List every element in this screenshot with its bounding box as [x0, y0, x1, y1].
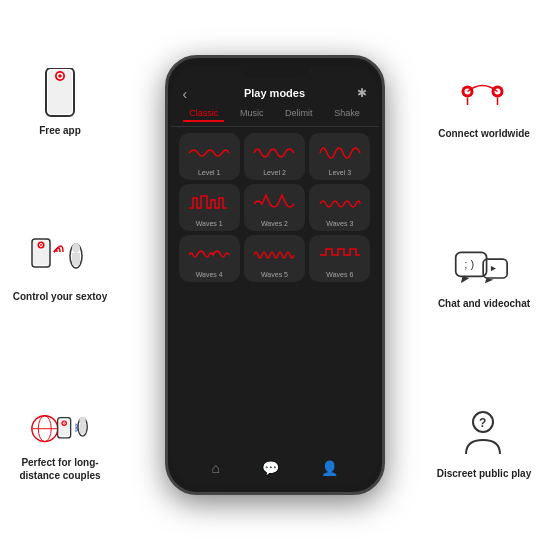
back-arrow-icon[interactable]: ‹: [183, 86, 188, 102]
svg-text:?: ?: [479, 416, 486, 430]
wave-level3-label: Level 3: [329, 169, 352, 176]
wave-cell-waves3[interactable]: Waves 3: [309, 184, 370, 231]
wave-waves5-label: Waves 5: [261, 271, 288, 278]
feature-free-app: Free app: [30, 68, 90, 137]
svg-point-2: [55, 71, 65, 81]
bluetooth-icon: ✱: [357, 86, 367, 100]
wave-cell-waves1[interactable]: Waves 1: [179, 184, 240, 231]
chat-videochat-icon: ; ): [454, 242, 514, 290]
wave-level1-label: Level 1: [198, 169, 221, 176]
feature-long-distance: ᛒ Perfect for long-distance couples: [5, 400, 115, 482]
wave-cell-level2[interactable]: Level 2: [244, 133, 305, 180]
app-title: Play modes: [244, 87, 305, 99]
long-distance-icon: ᛒ: [30, 399, 90, 451]
wave-level2-icon: [252, 139, 296, 167]
svg-marker-31: [491, 266, 496, 271]
wave-cell-waves6[interactable]: Waves 6: [309, 235, 370, 282]
wave-waves3-label: Waves 3: [326, 220, 353, 227]
free-app-icon-area: [30, 68, 90, 118]
wave-waves6-icon: [318, 241, 362, 269]
wave-waves4-label: Waves 4: [196, 271, 223, 278]
long-distance-icon-area: ᛒ: [30, 400, 90, 450]
control-icon-area: [30, 234, 90, 284]
app-wave-grid: Level 1 Level 2 Level 3: [171, 127, 379, 288]
left-features: Free app Control your sextoy: [0, 0, 120, 550]
wave-level1-icon: [187, 139, 231, 167]
svg-point-11: [72, 260, 80, 266]
wave-cell-level1[interactable]: Level 1: [179, 133, 240, 180]
feature-control-sextoy: Control your sextoy: [13, 234, 107, 303]
wave-waves3-icon: [318, 190, 362, 218]
chat-icon-area: ; ): [454, 241, 514, 291]
chat-videochat-label: Chat and videochat: [438, 297, 530, 310]
discreet-person-icon: ?: [456, 410, 511, 462]
wave-cell-waves5[interactable]: Waves 5: [244, 235, 305, 282]
tab-classic[interactable]: Classic: [183, 106, 224, 122]
wave-waves1-label: Waves 1: [196, 220, 223, 227]
discreet-icon-area: ?: [454, 411, 514, 461]
tab-music[interactable]: Music: [234, 106, 270, 122]
svg-text:; ): ; ): [464, 257, 474, 269]
control-icon: [30, 234, 90, 284]
svg-point-21: [79, 416, 85, 423]
wave-level2-label: Level 2: [263, 169, 286, 176]
svg-point-23: [79, 429, 85, 434]
control-sextoy-label: Control your sextoy: [13, 290, 107, 303]
connect-worldwide-label: Connect worldwide: [438, 127, 530, 140]
feature-connect-worldwide: Connect worldwide: [438, 71, 530, 140]
long-distance-label: Perfect for long-distance couples: [5, 456, 115, 482]
phone-app-icon: [42, 68, 78, 118]
phone-outer: ‹ Play modes ✱ Classic Music Delimit Sha…: [165, 55, 385, 495]
wave-cell-level3[interactable]: Level 3: [309, 133, 370, 180]
connect-worldwide-icon: [454, 72, 514, 120]
wave-waves2-label: Waves 2: [261, 220, 288, 227]
wave-waves6-label: Waves 6: [326, 271, 353, 278]
wave-level3-icon: [318, 139, 362, 167]
discreet-play-label: Discreet public play: [437, 467, 531, 480]
app-tabs: Classic Music Delimit Shake: [171, 102, 379, 127]
app-bottom-nav: ⌂ 💬 👤: [171, 460, 379, 476]
svg-point-6: [38, 241, 45, 248]
right-features: Connect worldwide ; ) Chat and videochat: [419, 0, 549, 550]
svg-point-17: [61, 420, 67, 426]
chat-nav-icon[interactable]: 💬: [262, 460, 279, 476]
svg-point-9: [72, 243, 80, 253]
phone-screen: ‹ Play modes ✱ Classic Music Delimit Sha…: [171, 66, 379, 484]
phone-notch: [240, 58, 310, 78]
feature-discreet-play: ? Discreet public play: [437, 411, 531, 480]
profile-nav-icon[interactable]: 👤: [321, 460, 338, 476]
wave-waves4-icon: [187, 241, 231, 269]
free-app-label: Free app: [39, 124, 81, 137]
connect-icon-area: [454, 71, 514, 121]
wave-waves1-icon: [187, 190, 231, 218]
wave-waves5-icon: [252, 241, 296, 269]
home-nav-icon[interactable]: ⌂: [211, 460, 219, 476]
phone-mockup: ‹ Play modes ✱ Classic Music Delimit Sha…: [165, 55, 385, 495]
tab-shake[interactable]: Shake: [328, 106, 366, 122]
tab-delimit[interactable]: Delimit: [279, 106, 319, 122]
wave-cell-waves4[interactable]: Waves 4: [179, 235, 240, 282]
wave-cell-waves2[interactable]: Waves 2: [244, 184, 305, 231]
feature-chat-videochat: ; ) Chat and videochat: [438, 241, 530, 310]
wave-waves2-icon: [252, 190, 296, 218]
